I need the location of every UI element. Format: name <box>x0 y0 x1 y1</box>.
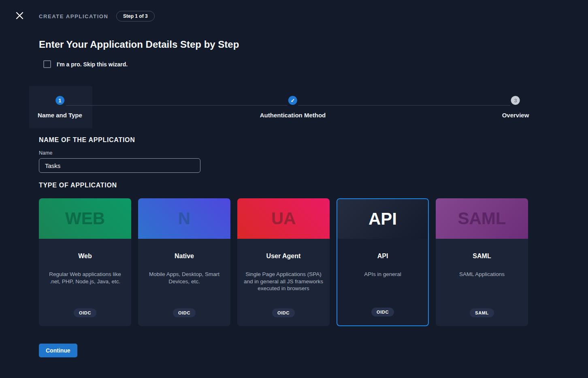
card-protocol-badge: OIDC <box>371 308 394 316</box>
name-section-heading: NAME OF THE APPLICATION <box>39 136 135 144</box>
card-banner: N <box>138 198 230 239</box>
card-description: SAML Applications <box>459 271 505 278</box>
card-body: Native Mobile Apps, Desktop, Smart Devic… <box>138 239 230 326</box>
card-title: User Agent <box>266 253 301 260</box>
card-banner: API <box>337 199 428 239</box>
card-banner-text: N <box>178 209 190 228</box>
stepper-connector <box>298 105 510 106</box>
step-authentication-method[interactable]: ✓ Authentication Method <box>260 96 326 119</box>
card-title: API <box>377 253 388 260</box>
card-banner-text: SAML <box>458 209 506 228</box>
close-icon <box>16 12 23 21</box>
stepper-connector <box>66 105 288 106</box>
step-overview[interactable]: 3 Overview <box>502 96 529 119</box>
step-badge: Step 1 of 3 <box>116 11 155 21</box>
card-description: Regular Web applications like .net, PHP,… <box>44 271 126 285</box>
application-name-input[interactable] <box>39 158 200 173</box>
card-protocol-badge: OIDC <box>74 308 96 317</box>
page-title: Enter Your Application Details Step by S… <box>39 39 239 50</box>
card-banner-text: API <box>369 209 397 229</box>
step-indicator: 3 <box>511 96 520 105</box>
close-button[interactable] <box>15 11 24 21</box>
card-body: User Agent Single Page Applications (SPA… <box>237 239 330 326</box>
type-card-api[interactable]: API API APIs in general OIDC <box>337 198 429 326</box>
card-banner: SAML <box>436 198 528 239</box>
card-description: Mobile Apps, Desktop, Smart Devices, etc… <box>143 271 226 285</box>
step-label: Overview <box>502 112 529 119</box>
card-body: Web Regular Web applications like .net, … <box>39 239 131 326</box>
step-label: Authentication Method <box>260 112 326 119</box>
card-banner: WEB <box>39 198 131 239</box>
card-body: SAML SAML Applications SAML <box>436 239 528 326</box>
application-type-cards: WEB Web Regular Web applications like .n… <box>39 198 528 326</box>
skip-wizard-row: I'm a pro. Skip this wizard. <box>43 60 128 68</box>
type-card-saml[interactable]: SAML SAML SAML Applications SAML <box>436 198 528 326</box>
card-protocol-badge: OIDC <box>272 308 295 317</box>
step-indicator: ✓ <box>288 96 297 105</box>
card-description: APIs in general <box>364 271 401 278</box>
step-name-and-type[interactable]: 1 Name and Type <box>38 96 82 119</box>
card-banner-text: UA <box>271 209 296 228</box>
card-protocol-badge: OIDC <box>173 308 196 317</box>
step-indicator: 1 <box>55 96 64 105</box>
card-title: SAML <box>473 253 491 260</box>
card-description: Single Page Applications (SPA) and in ge… <box>242 271 325 292</box>
type-card-web[interactable]: WEB Web Regular Web applications like .n… <box>39 198 131 326</box>
card-protocol-badge: SAML <box>470 308 494 317</box>
step-badge-label: Step 1 of 3 <box>123 13 148 19</box>
card-banner: UA <box>237 198 330 239</box>
card-body: API APIs in general OIDC <box>337 239 428 325</box>
step-label: Name and Type <box>38 112 82 119</box>
type-card-native[interactable]: N Native Mobile Apps, Desktop, Smart Dev… <box>138 198 230 326</box>
skip-wizard-label: I'm a pro. Skip this wizard. <box>57 61 128 68</box>
wizard-stepper: 1 Name and Type ✓ Authentication Method … <box>0 86 588 128</box>
continue-button[interactable]: Continue <box>39 344 77 357</box>
card-title: Web <box>78 253 92 260</box>
type-section-heading: TYPE OF APPLICATION <box>39 182 117 189</box>
card-title: Native <box>175 253 194 260</box>
type-card-user-agent[interactable]: UA User Agent Single Page Applications (… <box>237 198 330 326</box>
skip-wizard-checkbox[interactable] <box>43 60 51 68</box>
name-field-label: Name <box>39 150 52 156</box>
card-banner-text: WEB <box>65 209 105 228</box>
create-application-title: CREATE APPLICATION <box>39 13 109 19</box>
